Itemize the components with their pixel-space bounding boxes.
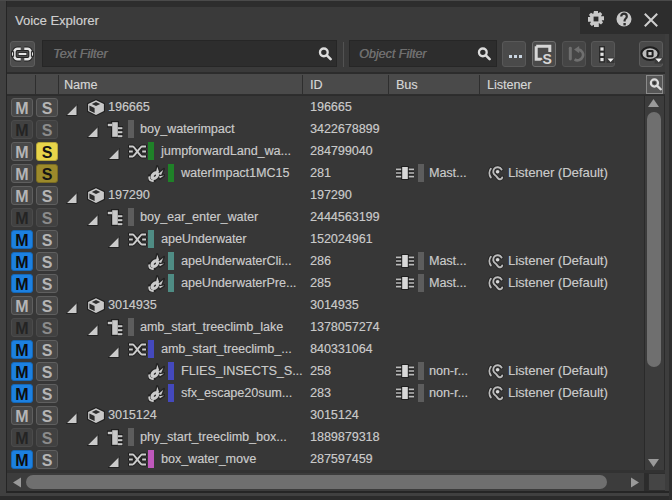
svg-text:S: S [543,51,552,65]
